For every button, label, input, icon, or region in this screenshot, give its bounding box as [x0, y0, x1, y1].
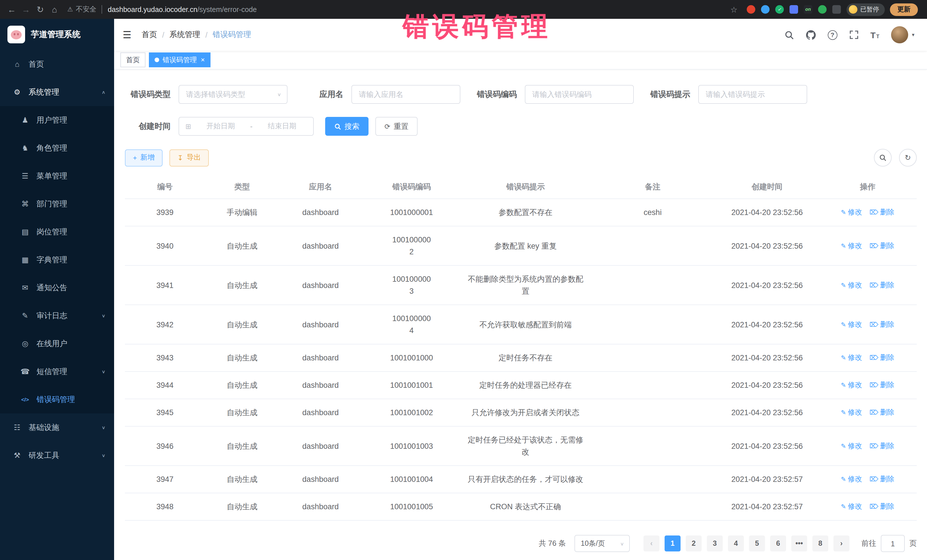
- cell-error-hint: 只有开启状态的任务，才可以修改: [462, 473, 590, 485]
- edit-link[interactable]: ✎修改: [841, 240, 862, 252]
- edit-link[interactable]: ✎修改: [841, 206, 862, 219]
- sidebar-item[interactable]: ☷ 基础设施 ∨: [0, 413, 114, 442]
- cell-create-time: 2021-04-20 23:52:57: [716, 501, 819, 513]
- hamburger-icon[interactable]: ☰: [123, 29, 132, 41]
- font-size-icon[interactable]: TT: [871, 30, 879, 39]
- forward-icon[interactable]: →: [19, 5, 33, 14]
- extension-green-check-icon[interactable]: ✓: [775, 5, 784, 14]
- edit-link[interactable]: ✎修改: [841, 319, 862, 331]
- goto-page-input[interactable]: [881, 535, 905, 552]
- cell-error-hint: 不能删除类型为系统内置的参数配置: [462, 273, 590, 297]
- breadcrumb-system[interactable]: 系统管理: [169, 30, 200, 40]
- delete-link[interactable]: ⌦删除: [869, 279, 894, 291]
- sidebar-item[interactable]: ⚙ 系统管理 ∧: [0, 78, 114, 106]
- logo[interactable]: 芋道管理系统: [0, 19, 114, 50]
- browser-update-button[interactable]: 更新: [890, 3, 918, 16]
- cell-app-name: dashboard: [279, 352, 362, 364]
- page-content: 错误码类型 请选择错误码类型 ∨ 应用名 错误码编码: [114, 70, 917, 552]
- delete-link[interactable]: ⌦删除: [869, 473, 894, 485]
- table-row: 3944 自动生成 dashboard 1001001001 定时任务的处理器已…: [125, 372, 917, 399]
- sidebar-item[interactable]: ◎ 在线用户: [0, 329, 114, 358]
- page-size-select[interactable]: 10条/页 ∨: [574, 535, 630, 552]
- page-buttons: 1 2 3 4 5 6 ••: [660, 536, 828, 551]
- browser-home-icon[interactable]: ⌂: [47, 5, 62, 14]
- delete-link[interactable]: ⌦删除: [869, 501, 894, 513]
- extension-blue-drop-icon[interactable]: [761, 5, 769, 14]
- page-button[interactable]: •••: [791, 536, 807, 551]
- edit-link[interactable]: ✎修改: [841, 352, 862, 364]
- error-code-input[interactable]: [525, 85, 634, 104]
- extension-grid-icon[interactable]: [790, 5, 798, 14]
- sidebar-item[interactable]: ✉ 通知公告: [0, 274, 114, 302]
- delete-link[interactable]: ⌦删除: [869, 440, 894, 452]
- breadcrumb: 首页 / 系统管理 / 错误码管理: [142, 30, 251, 40]
- edit-link[interactable]: ✎修改: [841, 501, 862, 513]
- address-bar[interactable]: ⚠ 不安全 dashboard.yudao.iocoder.cn/system/…: [67, 5, 721, 14]
- app-name-input[interactable]: [351, 85, 460, 104]
- breadcrumb-home[interactable]: 首页: [142, 30, 157, 40]
- edit-link[interactable]: ✎修改: [841, 407, 862, 419]
- delete-link[interactable]: ⌦删除: [869, 206, 894, 219]
- delete-link[interactable]: ⌦删除: [869, 240, 894, 252]
- refresh-icon[interactable]: ↻: [899, 149, 917, 167]
- page-button[interactable]: 3: [707, 536, 723, 551]
- page-button[interactable]: 6: [770, 536, 786, 551]
- chevron-icon: ∨: [102, 425, 106, 430]
- sidebar-item[interactable]: ⌘ 部门管理: [0, 190, 114, 218]
- sidebar-item[interactable]: ▤ 岗位管理: [0, 218, 114, 246]
- page-button[interactable]: 5: [749, 536, 765, 551]
- sidebar-item[interactable]: ☎ 短信管理 ∨: [0, 358, 114, 385]
- close-icon[interactable]: ×: [201, 56, 205, 63]
- extension-red-icon[interactable]: [747, 5, 755, 14]
- next-page-button[interactable]: ›: [833, 536, 849, 551]
- date-range-picker[interactable]: ⊞ 开始日期 - 结束日期: [179, 117, 314, 136]
- extension-leaf-icon[interactable]: [818, 5, 827, 14]
- bookmark-star-icon[interactable]: ☆: [727, 5, 741, 14]
- sidebar-item[interactable]: ✎ 审计日志 ∨: [0, 302, 114, 329]
- tab-error-code[interactable]: 错误码管理 ×: [149, 52, 211, 67]
- error-hint-input[interactable]: [698, 85, 807, 104]
- edit-link[interactable]: ✎修改: [841, 440, 862, 452]
- back-icon[interactable]: ←: [5, 5, 19, 14]
- page-button[interactable]: 2: [686, 536, 702, 551]
- cell-remark: ceshi: [590, 206, 715, 219]
- reload-icon[interactable]: ↻: [33, 4, 47, 15]
- delete-link[interactable]: ⌦删除: [869, 352, 894, 364]
- fullscreen-icon[interactable]: [849, 30, 859, 39]
- profile-paused-chip[interactable]: 已暂停: [846, 3, 885, 16]
- prev-page-button[interactable]: ‹: [643, 536, 660, 551]
- export-button[interactable]: ↧ 导出: [169, 149, 209, 166]
- add-button[interactable]: + 新增: [125, 149, 163, 166]
- page-button[interactable]: 1: [664, 536, 681, 551]
- delete-link[interactable]: ⌦删除: [869, 379, 894, 391]
- tab-home[interactable]: 首页: [120, 52, 146, 67]
- sidebar-item[interactable]: ⚒ 研发工具 ∨: [0, 442, 114, 469]
- delete-link[interactable]: ⌦删除: [869, 407, 894, 419]
- error-type-select[interactable]: 请选择错误码类型 ∨: [179, 85, 287, 104]
- delete-link[interactable]: ⌦删除: [869, 319, 894, 331]
- sidebar-item[interactable]: ▦ 字典管理: [0, 246, 114, 274]
- cell-error-hint: 定时任务不存在: [462, 352, 590, 364]
- page-button[interactable]: 8: [812, 536, 828, 551]
- edit-label: 修改: [848, 473, 862, 485]
- toggle-search-icon[interactable]: [874, 149, 892, 167]
- sidebar-item[interactable]: ⌂ 首页: [0, 50, 114, 78]
- search-icon[interactable]: [784, 30, 794, 39]
- sidebar-item[interactable]: ☰ 菜单管理: [0, 162, 114, 190]
- search-button[interactable]: 搜索: [325, 117, 369, 136]
- extension-puzzle-icon[interactable]: [832, 5, 841, 14]
- extension-onetab-icon[interactable]: on: [804, 5, 812, 14]
- edit-link[interactable]: ✎修改: [841, 379, 862, 391]
- sidebar-item[interactable]: </> 错误码管理: [0, 385, 114, 413]
- sidebar-item[interactable]: ♞ 角色管理: [0, 134, 114, 162]
- edit-link[interactable]: ✎修改: [841, 279, 862, 291]
- sidebar-item[interactable]: ♟ 用户管理: [0, 106, 114, 134]
- help-icon[interactable]: ?: [828, 30, 837, 39]
- github-icon[interactable]: [806, 30, 816, 39]
- delete-label: 删除: [880, 501, 895, 513]
- edit-link[interactable]: ✎修改: [841, 473, 862, 485]
- page-button[interactable]: 4: [728, 536, 744, 551]
- edit-label: 修改: [848, 379, 862, 391]
- reset-button[interactable]: ⟳ 重置: [375, 117, 418, 136]
- user-menu[interactable]: ▾: [891, 26, 915, 43]
